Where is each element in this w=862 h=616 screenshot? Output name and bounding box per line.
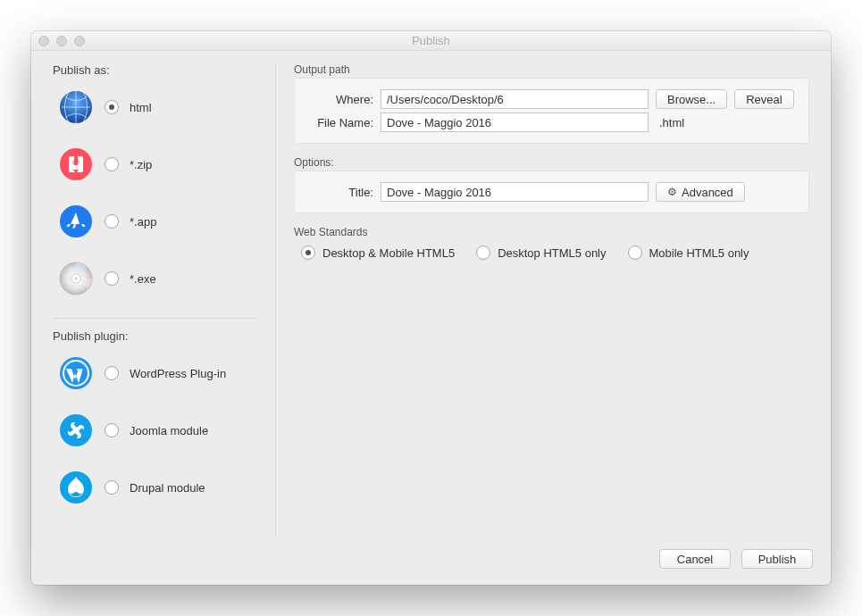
gear-icon: ⚙ [667, 186, 677, 198]
radio-ws-desktop[interactable] [476, 246, 490, 260]
wordpress-icon [58, 355, 94, 391]
traffic-lights [38, 36, 85, 46]
publish-plugin-drupal[interactable]: Drupal module [53, 464, 257, 521]
publish-as-label: Publish as: [53, 63, 257, 77]
browse-button[interactable]: Browse... [656, 89, 727, 109]
radio-html-label: html [130, 101, 152, 114]
radio-drupal[interactable] [105, 480, 119, 495]
ws-option-mobile[interactable]: Mobile HTML5 only [628, 246, 749, 260]
output-path-label: Output path [294, 63, 809, 76]
radio-ws-both[interactable] [301, 246, 315, 260]
radio-app[interactable] [105, 214, 119, 229]
options-label: Options: [294, 156, 809, 169]
reveal-button[interactable]: Reveal [734, 89, 793, 109]
sidebar-divider [53, 318, 257, 319]
minimize-icon[interactable] [56, 36, 67, 46]
svg-point-9 [74, 277, 78, 280]
publish-as-app[interactable]: *.app [53, 198, 257, 255]
publish-plugin-joomla[interactable]: Joomla module [53, 407, 257, 464]
globe-icon [58, 89, 94, 125]
publish-plugin-label: Publish plugin: [53, 329, 257, 343]
publish-plugin-wordpress[interactable]: WordPress Plug-in [53, 350, 257, 407]
publish-window: Publish Publish as: html ZIP *.zip [31, 31, 831, 585]
footer: Cancel Publish [31, 537, 831, 585]
cancel-button[interactable]: Cancel [659, 549, 731, 569]
where-input[interactable] [381, 89, 649, 109]
svg-text:ZIP: ZIP [72, 160, 80, 165]
radio-wordpress[interactable] [105, 366, 119, 380]
publish-as-html[interactable]: html [53, 84, 257, 141]
radio-html[interactable] [105, 100, 119, 114]
drupal-icon [58, 470, 94, 505]
ws-both-label: Desktop & Mobile HTML5 [322, 246, 455, 260]
zip-icon: ZIP [58, 146, 94, 182]
title-input[interactable] [381, 182, 649, 202]
ws-desktop-label: Desktop HTML5 only [498, 246, 606, 260]
window-title: Publish [31, 34, 831, 47]
filename-suffix: .html [659, 116, 684, 129]
ws-mobile-label: Mobile HTML5 only [649, 246, 749, 260]
ws-option-desktop[interactable]: Desktop HTML5 only [476, 246, 606, 260]
svg-point-10 [60, 357, 92, 389]
radio-zip[interactable] [105, 157, 119, 171]
web-standards-group: Desktop & Mobile HTML5 Desktop HTML5 onl… [294, 240, 809, 265]
radio-joomla-label: Joomla module [130, 424, 208, 437]
content-area: Publish as: html ZIP *.zip [31, 51, 831, 537]
filename-input[interactable] [381, 112, 649, 132]
filename-label: File Name: [304, 116, 373, 129]
web-standards-label: Web Standards [294, 226, 809, 238]
joomla-icon [58, 412, 94, 448]
radio-wordpress-label: WordPress Plug-in [130, 367, 226, 380]
main-panel: Output path Where: Browse... Reveal File… [276, 63, 809, 537]
radio-exe-label: *.exe [130, 272, 156, 286]
zoom-icon[interactable] [74, 36, 85, 46]
publish-as-zip[interactable]: ZIP *.zip [53, 141, 257, 198]
where-label: Where: [304, 93, 373, 106]
publish-as-exe[interactable]: *.exe [53, 255, 257, 312]
advanced-button[interactable]: ⚙ Advanced [656, 182, 745, 202]
titlebar: Publish [31, 31, 831, 51]
ws-option-both[interactable]: Desktop & Mobile HTML5 [301, 246, 455, 260]
title-label: Title: [304, 186, 373, 199]
options-group: Title: ⚙ Advanced [294, 171, 809, 213]
sidebar: Publish as: html ZIP *.zip [53, 63, 276, 537]
radio-exe[interactable] [105, 271, 119, 286]
radio-zip-label: *.zip [130, 158, 152, 171]
radio-ws-mobile[interactable] [628, 246, 642, 260]
close-icon[interactable] [38, 36, 49, 46]
radio-joomla[interactable] [105, 423, 119, 437]
app-store-icon [58, 204, 94, 239]
radio-drupal-label: Drupal module [130, 481, 205, 495]
radio-app-label: *.app [130, 215, 156, 229]
disc-icon [58, 261, 94, 296]
publish-button[interactable]: Publish [741, 549, 813, 569]
output-path-group: Where: Browse... Reveal File Name: .html [294, 78, 809, 144]
